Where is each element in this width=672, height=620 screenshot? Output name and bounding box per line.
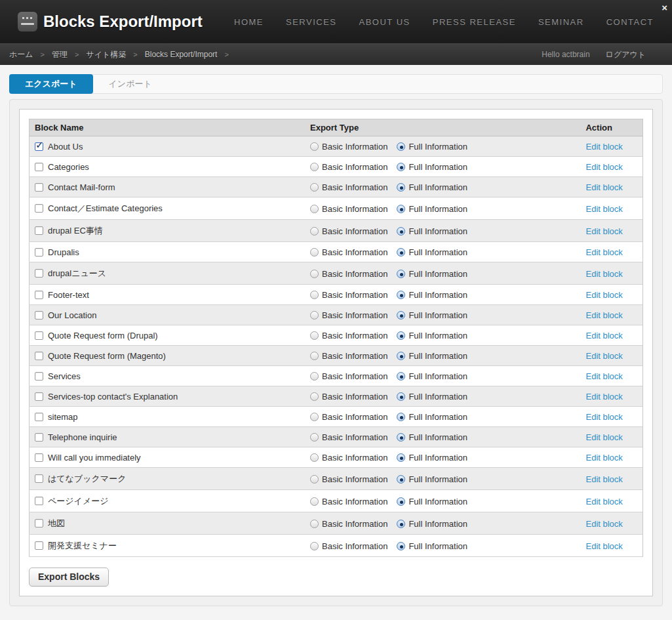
full-information-radio[interactable] bbox=[397, 392, 405, 401]
edit-block-link[interactable]: Edit block bbox=[585, 310, 622, 320]
block-checkbox[interactable] bbox=[35, 269, 43, 278]
edit-block-link[interactable]: Edit block bbox=[585, 331, 622, 341]
full-information-radio[interactable] bbox=[397, 331, 405, 340]
full-information-radio[interactable] bbox=[397, 520, 405, 528]
basic-information-radio[interactable] bbox=[310, 248, 319, 257]
basic-information-radio[interactable] bbox=[310, 142, 319, 151]
block-checkbox[interactable] bbox=[35, 204, 43, 213]
edit-block-link[interactable]: Edit block bbox=[585, 226, 622, 236]
full-information-label: Full Information bbox=[408, 269, 467, 279]
basic-information-radio[interactable] bbox=[310, 227, 319, 236]
basic-information-radio[interactable] bbox=[310, 392, 319, 401]
tab-0[interactable]: エクスポート bbox=[9, 74, 93, 94]
breadcrumb-item-1[interactable]: 管理 bbox=[52, 49, 68, 60]
breadcrumb-item-2[interactable]: サイト構築 bbox=[86, 49, 126, 60]
full-information-radio[interactable] bbox=[397, 352, 405, 360]
block-checkbox[interactable] bbox=[35, 497, 43, 505]
nav-item-about-us[interactable]: ABOUT US bbox=[359, 17, 410, 27]
block-checkbox[interactable] bbox=[35, 433, 43, 442]
block-name-label: About Us bbox=[48, 142, 83, 152]
basic-information-label: Basic Information bbox=[322, 204, 387, 214]
full-information-radio[interactable] bbox=[397, 142, 405, 151]
basic-information-radio[interactable] bbox=[310, 413, 319, 421]
full-information-radio[interactable] bbox=[397, 372, 405, 381]
basic-information-radio[interactable] bbox=[310, 352, 319, 360]
basic-information-radio[interactable] bbox=[310, 183, 319, 192]
basic-information-radio[interactable] bbox=[310, 497, 319, 506]
breadcrumb-item-3[interactable]: Blocks Export/Import bbox=[145, 50, 218, 59]
edit-block-link[interactable]: Edit block bbox=[585, 497, 622, 506]
edit-block-link[interactable]: Edit block bbox=[585, 371, 622, 381]
block-checkbox[interactable] bbox=[35, 372, 43, 381]
nav-item-services[interactable]: SERVICES bbox=[286, 17, 337, 27]
edit-block-link[interactable]: Edit block bbox=[585, 182, 622, 192]
block-checkbox[interactable] bbox=[35, 519, 43, 527]
full-information-radio[interactable] bbox=[397, 163, 405, 171]
block-checkbox[interactable] bbox=[35, 453, 43, 462]
edit-block-link[interactable]: Edit block bbox=[585, 351, 622, 361]
edit-block-link[interactable]: Edit block bbox=[585, 432, 622, 442]
full-information-radio[interactable] bbox=[397, 542, 405, 550]
block-checkbox[interactable] bbox=[35, 352, 43, 360]
full-information-radio[interactable] bbox=[397, 270, 405, 278]
logout-link[interactable]: ログアウト bbox=[606, 49, 646, 60]
block-checkbox[interactable] bbox=[35, 142, 43, 151]
breadcrumb-item-0[interactable]: ホーム bbox=[9, 49, 33, 60]
basic-information-radio[interactable] bbox=[310, 475, 319, 484]
basic-information-radio[interactable] bbox=[310, 372, 319, 381]
edit-block-link[interactable]: Edit block bbox=[585, 453, 622, 463]
edit-block-link[interactable]: Edit block bbox=[585, 541, 622, 551]
full-information-radio[interactable] bbox=[397, 453, 405, 462]
full-information-radio[interactable] bbox=[397, 497, 405, 506]
tab-1[interactable]: インポート bbox=[93, 75, 168, 93]
full-information-label: Full Information bbox=[408, 519, 467, 529]
full-information-radio[interactable] bbox=[397, 183, 405, 192]
edit-block-link[interactable]: Edit block bbox=[585, 474, 622, 484]
nav-item-seminar[interactable]: SEMINAR bbox=[538, 17, 584, 27]
nav-item-home[interactable]: HOME bbox=[234, 17, 264, 27]
edit-block-link[interactable]: Edit block bbox=[585, 269, 622, 279]
block-checkbox[interactable] bbox=[35, 163, 43, 171]
block-checkbox[interactable] bbox=[35, 183, 43, 192]
block-checkbox[interactable] bbox=[35, 392, 43, 401]
block-checkbox[interactable] bbox=[35, 331, 43, 340]
full-information-radio[interactable] bbox=[397, 291, 405, 299]
full-information-radio[interactable] bbox=[397, 227, 405, 236]
block-checkbox[interactable] bbox=[35, 291, 43, 299]
edit-block-link[interactable]: Edit block bbox=[585, 392, 622, 402]
basic-information-radio[interactable] bbox=[310, 433, 319, 442]
block-checkbox[interactable] bbox=[35, 541, 43, 550]
edit-block-link[interactable]: Edit block bbox=[585, 247, 622, 257]
table-row: About Us Basic InformationFull Informati… bbox=[30, 136, 643, 157]
nav-item-contact[interactable]: CONTACT bbox=[606, 17, 654, 27]
basic-information-radio[interactable] bbox=[310, 270, 319, 278]
full-information-radio[interactable] bbox=[397, 311, 405, 320]
edit-block-link[interactable]: Edit block bbox=[585, 519, 622, 529]
basic-information-radio[interactable] bbox=[310, 520, 319, 528]
block-checkbox[interactable] bbox=[35, 311, 43, 320]
export-blocks-button[interactable]: Export Blocks bbox=[29, 568, 109, 587]
block-checkbox[interactable] bbox=[35, 248, 43, 257]
edit-block-link[interactable]: Edit block bbox=[585, 412, 622, 422]
edit-block-link[interactable]: Edit block bbox=[585, 290, 622, 300]
edit-block-link[interactable]: Edit block bbox=[585, 204, 622, 214]
block-checkbox[interactable] bbox=[35, 474, 43, 483]
basic-information-radio[interactable] bbox=[310, 542, 319, 550]
basic-information-radio[interactable] bbox=[310, 453, 319, 462]
full-information-radio[interactable] bbox=[397, 475, 405, 484]
basic-information-radio[interactable] bbox=[310, 291, 319, 299]
full-information-radio[interactable] bbox=[397, 205, 405, 213]
full-information-radio[interactable] bbox=[397, 248, 405, 257]
close-icon[interactable]: × bbox=[662, 3, 667, 12]
block-checkbox[interactable] bbox=[35, 226, 43, 235]
basic-information-radio[interactable] bbox=[310, 205, 319, 213]
edit-block-link[interactable]: Edit block bbox=[585, 142, 622, 152]
basic-information-radio[interactable] bbox=[310, 163, 319, 171]
edit-block-link[interactable]: Edit block bbox=[585, 162, 622, 172]
nav-item-press-release[interactable]: PRESS RELEASE bbox=[433, 17, 516, 27]
basic-information-radio[interactable] bbox=[310, 311, 319, 320]
basic-information-radio[interactable] bbox=[310, 331, 319, 340]
full-information-radio[interactable] bbox=[397, 413, 405, 421]
full-information-radio[interactable] bbox=[397, 433, 405, 442]
block-checkbox[interactable] bbox=[35, 413, 43, 421]
